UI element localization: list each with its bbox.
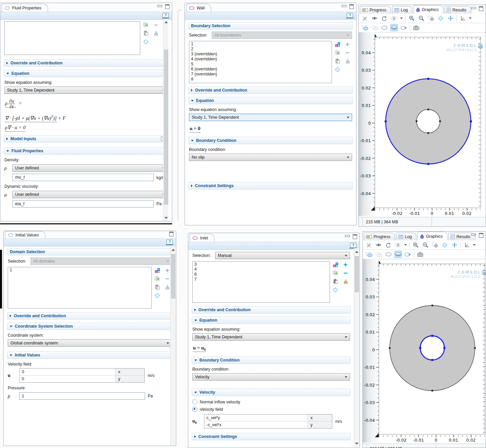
list-item[interactable]: 5 bbox=[191, 62, 330, 67]
section-override-and-contribution[interactable]: Override and Contribution bbox=[188, 87, 353, 94]
add-to-selection-icon[interactable] bbox=[345, 42, 350, 47]
paste-selection-icon[interactable] bbox=[333, 279, 338, 284]
minimize-icon[interactable] bbox=[342, 5, 346, 7]
equation-study-combo[interactable]: Study 1, Time Dependent bbox=[192, 333, 350, 341]
maximize-icon[interactable] bbox=[349, 4, 354, 9]
list-item[interactable]: 6 (overridden) bbox=[191, 67, 330, 72]
remove-from-selection-icon[interactable] bbox=[343, 270, 348, 276]
equation-study-combo[interactable]: Study 1, Time Dependent bbox=[189, 114, 352, 121]
viscosity-combo[interactable]: User defined bbox=[12, 191, 168, 198]
zoom-out-icon[interactable] bbox=[422, 241, 429, 248]
dropdown-caret-icon[interactable] bbox=[400, 17, 403, 19]
paste-selection-icon[interactable] bbox=[154, 284, 160, 290]
inlet-boundary-list[interactable]: 3 4 6 7 bbox=[192, 261, 330, 303]
tab-inlet[interactable]: Inlet bbox=[190, 234, 214, 242]
select-box-icon[interactable] bbox=[365, 251, 373, 258]
help-icon[interactable]: ? bbox=[166, 239, 173, 244]
zoom-to-selection-icon[interactable] bbox=[143, 39, 149, 44]
dropdown-caret-icon[interactable] bbox=[473, 244, 476, 246]
inlet-vertical-scrollbar[interactable] bbox=[354, 248, 359, 447]
copy-selection-icon[interactable] bbox=[143, 22, 149, 27]
scene-light-icon[interactable] bbox=[390, 15, 398, 22]
copy-selection-icon[interactable] bbox=[335, 50, 340, 55]
minimize-icon[interactable] bbox=[471, 7, 476, 9]
domain-selection-combo[interactable]: All domains bbox=[31, 258, 172, 265]
add-to-selection-icon[interactable] bbox=[164, 268, 170, 273]
tab-fluid-properties[interactable]: Fluid Properties bbox=[2, 4, 48, 12]
zoom-in-icon[interactable] bbox=[412, 241, 419, 248]
tab-graphics[interactable]: Graphics bbox=[414, 5, 443, 14]
scroll-thumb[interactable] bbox=[164, 50, 168, 205]
clear-selection-icon[interactable] bbox=[164, 284, 170, 290]
clear-selection-icon[interactable] bbox=[345, 58, 350, 64]
density-combo[interactable]: User defined bbox=[12, 164, 168, 172]
zoom-in-icon[interactable] bbox=[408, 15, 415, 22]
minimize-icon[interactable] bbox=[471, 234, 476, 236]
tab-log[interactable]: Log bbox=[392, 6, 412, 14]
select-box-icon[interactable] bbox=[361, 24, 369, 31]
u-x-field[interactable]: 0 bbox=[20, 369, 115, 375]
select-entity-icon[interactable] bbox=[385, 251, 392, 258]
geometry-plot-inlet[interactable]: 0.04 0.03 0.02 0.01 0 -0.01 -0.02 -0.03 … bbox=[363, 259, 486, 443]
fluid-selection-list[interactable] bbox=[4, 21, 140, 55]
scroll-down-icon[interactable] bbox=[355, 443, 358, 445]
list-item[interactable]: 1 bbox=[191, 42, 330, 47]
minimize-icon[interactable] bbox=[345, 235, 350, 237]
initial-domain-list[interactable]: 1 bbox=[8, 267, 152, 309]
zoom-extents-icon[interactable] bbox=[441, 241, 448, 248]
view-visibility-icon[interactable] bbox=[371, 15, 378, 22]
inner-boundary-circle[interactable] bbox=[420, 336, 444, 360]
section-velocity[interactable]: Velocity bbox=[192, 389, 351, 396]
tab-graphics[interactable]: Graphics bbox=[418, 232, 447, 240]
section-model-inputs[interactable]: Model Inputs bbox=[4, 135, 168, 143]
scroll-up-icon[interactable] bbox=[172, 249, 175, 251]
add-selection-icon[interactable] bbox=[400, 24, 407, 31]
section-override-and-contribution[interactable]: Override and Contribution bbox=[192, 306, 351, 314]
remove-from-selection-icon[interactable] bbox=[153, 22, 159, 27]
maximize-icon[interactable] bbox=[479, 233, 483, 238]
tab-results[interactable]: Results bbox=[444, 6, 471, 14]
section-initial-values[interactable]: Initial Values bbox=[7, 351, 173, 359]
u0-x-field[interactable]: c_vel*y bbox=[204, 414, 308, 421]
zoom-to-selection-icon[interactable] bbox=[335, 67, 340, 72]
section-override-and-contribution[interactable]: Override and Contribution bbox=[4, 59, 168, 67]
help-icon[interactable]: ? bbox=[347, 13, 353, 18]
clear-selection-icon[interactable] bbox=[343, 279, 348, 284]
boundary-condition-combo[interactable]: Velocity bbox=[192, 373, 350, 381]
create-selection-icon[interactable] bbox=[335, 42, 340, 47]
tab-initial-values[interactable]: Initial Values bbox=[5, 231, 45, 238]
u0-y-field[interactable]: -c_vel*x bbox=[204, 422, 308, 428]
section-boundary-selection[interactable]: Boundary Selection bbox=[188, 22, 353, 30]
list-item[interactable]: 2 bbox=[191, 47, 330, 52]
section-boundary-condition[interactable]: Boundary Condition bbox=[188, 137, 353, 144]
boundary-condition-combo[interactable]: No slip bbox=[189, 154, 352, 161]
scroll-down-icon[interactable] bbox=[164, 217, 168, 219]
list-item[interactable]: 3 bbox=[194, 262, 328, 267]
boundary-selection-combo[interactable]: All boundaries bbox=[212, 32, 352, 39]
select-entity-icon[interactable] bbox=[381, 24, 388, 31]
reset-view-icon[interactable] bbox=[381, 15, 388, 22]
scroll-thumb[interactable] bbox=[171, 254, 175, 298]
section-fluid-properties[interactable]: Fluid Properties bbox=[4, 147, 168, 155]
zoom-box-icon[interactable] bbox=[431, 241, 439, 248]
deselect-box-icon[interactable] bbox=[375, 251, 382, 258]
zoom-extents-icon[interactable] bbox=[437, 15, 444, 22]
section-constraint-settings[interactable]: Constraint Settings bbox=[192, 433, 351, 440]
u-y-field[interactable]: 0 bbox=[20, 376, 115, 382]
list-item[interactable]: 1 bbox=[10, 268, 150, 273]
go-to-view-icon[interactable] bbox=[463, 241, 471, 248]
deselect-box-icon[interactable] bbox=[371, 24, 378, 31]
zoom-to-selection-icon[interactable] bbox=[154, 293, 160, 298]
zoom-out-icon[interactable] bbox=[418, 15, 425, 22]
select-boundaries-icon[interactable] bbox=[390, 24, 398, 31]
initial-vertical-scrollbar[interactable] bbox=[170, 246, 176, 445]
pan-icon[interactable] bbox=[447, 15, 454, 22]
section-equation[interactable]: Equation bbox=[192, 317, 351, 324]
snapshot-icon[interactable] bbox=[412, 24, 420, 31]
list-item[interactable]: 8 bbox=[191, 77, 330, 82]
section-override-and-contribution[interactable]: Override and Contribution bbox=[7, 312, 173, 320]
section-boundary-condition[interactable]: Boundary Condition bbox=[192, 356, 351, 364]
coordinate-system-combo[interactable]: Global coordinate system bbox=[8, 339, 172, 347]
tab-log[interactable]: Log bbox=[396, 233, 417, 240]
inner-boundary-circle[interactable] bbox=[417, 110, 440, 133]
